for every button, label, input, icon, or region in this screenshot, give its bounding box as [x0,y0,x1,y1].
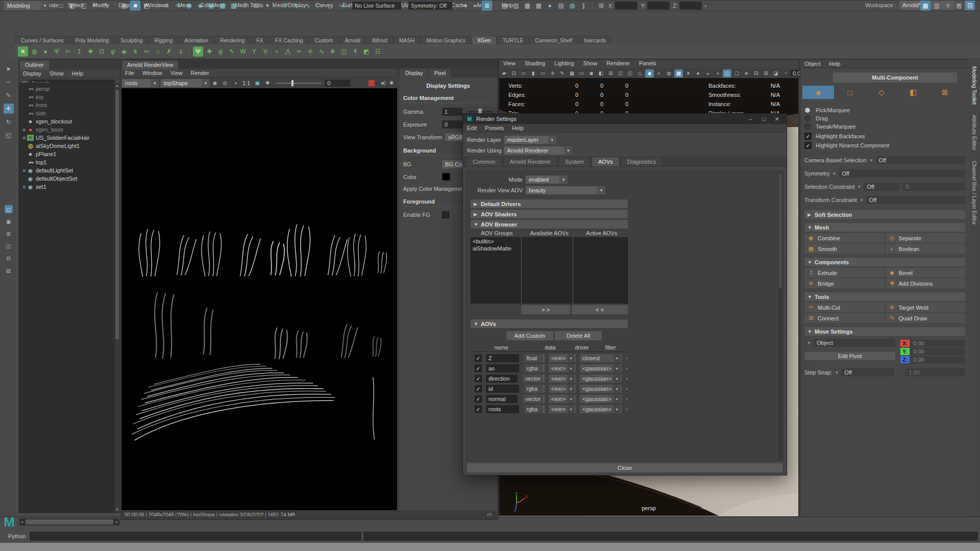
minimize-button[interactable]: – [744,116,757,122]
construction-snap-icon[interactable]: ↝ [336,1,347,11]
symmetry-field[interactable]: Symmetry: Off [408,2,452,10]
chevron-down-icon[interactable]: ▼ [860,198,864,203]
renderview-settings-icon[interactable]: ✱ [387,79,396,87]
statusline-expand-icon[interactable]: ▸ [705,4,707,8]
shelf-tab[interactable]: Bifrost [366,36,393,44]
step-size-input[interactable]: 1.00 [905,368,965,377]
scroll-right-icon[interactable]: ▸ [114,519,119,525]
default-drivers-section[interactable]: ▶ Default Drivers [471,199,628,208]
save-scene-icon[interactable]: ◫ [79,1,89,11]
multi-component-mode-icon[interactable]: ⊠ [929,86,961,99]
outliner-tab[interactable]: Outliner [20,61,49,69]
maximize-button[interactable]: □ [757,116,770,122]
xgen-comb-icon[interactable]: ↯ [130,46,140,57]
render-view-icon[interactable]: ▧ [500,1,510,11]
command-input[interactable] [30,532,361,541]
aov-driver-selector[interactable]: <exr>▾ [549,364,576,372]
output-connections-icon[interactable]: ⇤ [471,1,481,11]
chevron-down-icon[interactable]: ▼ [832,171,837,176]
axis-value-input[interactable]: 0.00 [911,348,965,355]
menu-item[interactable]: Object [800,60,825,68]
camera-attributes-icon[interactable]: ▱ [519,69,528,78]
add-custom-button[interactable]: Add Custom [506,331,553,340]
bg-color-swatch[interactable] [442,173,450,181]
row-options-icon[interactable]: ▿ [626,397,628,402]
depth-of-field-icon[interactable]: ◑ [713,69,722,78]
chevron-down-icon[interactable]: ▼ [807,341,811,345]
render-camera-selector[interactable]: topShape▾ [161,79,210,87]
side-tab[interactable]: Attribute Editor [970,110,979,155]
select-hierarchy-icon[interactable]: ▣ [119,1,129,11]
menu-item[interactable]: File [121,69,138,77]
construction-cv-icon[interactable]: ↻ [291,1,302,11]
shelf-tab[interactable]: Rigging [149,36,179,44]
enable-fg-checkbox[interactable] [442,211,449,218]
outliner-item[interactable]: top [19,93,115,101]
outliner-vscrollbar[interactable]: ▲ ▼ [115,83,119,513]
plugin-shading-icon[interactable]: ➤ [742,69,751,78]
dialog-vscrollbar[interactable] [778,172,782,459]
outliner-item[interactable]: ⊞ set1 [19,183,115,191]
mesh-section[interactable]: ▼ Mesh [804,223,965,232]
ipr-render-icon[interactable]: ▩ [522,1,532,11]
menu-item[interactable]: Render [187,69,213,77]
expand-icon[interactable]: ⊞ [21,185,27,189]
outliner-item[interactable]: side [19,109,115,117]
aov-split-icon[interactable]: ◑ [231,79,239,87]
outliner-item[interactable]: ⊞ US_SoldierFacialHair [19,134,115,142]
xgen-ig-comb-icon[interactable]: W [238,46,248,57]
aov-browser-section[interactable]: ▼ AOV Browser [471,220,628,229]
crop-region-icon[interactable]: ▣ [253,79,261,87]
four-pane-layout-icon[interactable]: ⊞ [5,230,13,238]
hypergraph-pane-layout-icon[interactable]: ▤ [5,266,13,274]
tool-command-button[interactable]: ⊕Target Weld [886,303,966,312]
menu-item[interactable]: Show [45,69,68,78]
pause-viewport-icon[interactable]: ∥ [578,1,589,11]
resolution-gate-icon[interactable]: ◙ [587,69,596,78]
menu-item[interactable]: View [499,60,520,68]
object-mode-icon[interactable]: ■ [802,86,834,99]
xgen-ig-noise-icon[interactable]: ≈ [272,46,282,57]
aov-enabled-checkbox[interactable]: ✓ [475,375,482,382]
construction-ep-icon[interactable]: ↺ [280,1,290,11]
xgen-ig-width-icon[interactable]: V [260,46,271,57]
undo-icon[interactable]: ↶ [90,1,100,11]
image-plane-icon[interactable]: ▭ [538,69,547,78]
aov-layer-selector[interactable]: roots▾ [122,79,159,87]
scroll-down-icon[interactable]: ▼ [115,507,119,513]
add-aov-button[interactable]: > > [521,305,570,314]
symmetry-value[interactable]: Off [839,169,965,178]
snap-curve-icon[interactable]: ∿ [173,1,183,11]
chevron-down-icon[interactable]: ▼ [869,158,873,163]
isolate-icon[interactable]: ▢ [732,69,741,78]
outliner-item[interactable]: ⊞ defaultLightSet [19,166,115,174]
render-settings-tab[interactable]: Common [466,157,502,166]
z-coord-input[interactable] [679,2,702,10]
gamma-input[interactable]: 1 [442,108,462,116]
xgen-ig-mask-icon[interactable]: ◩ [361,46,372,57]
menu-item[interactable]: Presets [481,124,508,132]
debug-shading-icon[interactable]: ✱ [263,79,272,87]
command-language-label[interactable]: Python [8,533,26,539]
aov-name-input[interactable]: ao [486,364,519,372]
aov-driver-selector[interactable]: <exr>▾ [549,405,576,413]
aov-group-item[interactable]: <builtin> [471,238,520,245]
axis-value-input[interactable]: 0.00 [911,356,965,363]
aov-shaders-section[interactable]: ▶ AOV Shaders [471,210,628,218]
debug-slider[interactable] [276,83,322,84]
menu-item[interactable]: Panels [634,60,661,68]
xray-icon[interactable]: ◫ [723,69,731,78]
edit-pivot-button[interactable]: Edit Pivot [804,352,895,360]
anti-alias-icon[interactable]: ◒ [703,69,712,78]
menu-item[interactable]: Display [19,69,45,78]
aov-mode-selector[interactable]: enabled▾ [526,176,568,184]
open-scene-icon[interactable]: ◧ [67,1,78,11]
row-options-icon[interactable]: ▿ [626,407,628,412]
chevron-down-icon[interactable]: ▼ [857,185,861,189]
shelf-tab[interactable]: Arnold [339,36,366,44]
chevron-down-icon[interactable]: ▼ [835,370,839,375]
film-gate-icon[interactable]: ▭ [577,69,586,78]
shelf-tab[interactable]: FX Caching [270,36,309,44]
xgen-ig-brush-icon[interactable]: ψ [215,46,226,57]
outliner-item[interactable]: pPlane1 [19,150,115,158]
